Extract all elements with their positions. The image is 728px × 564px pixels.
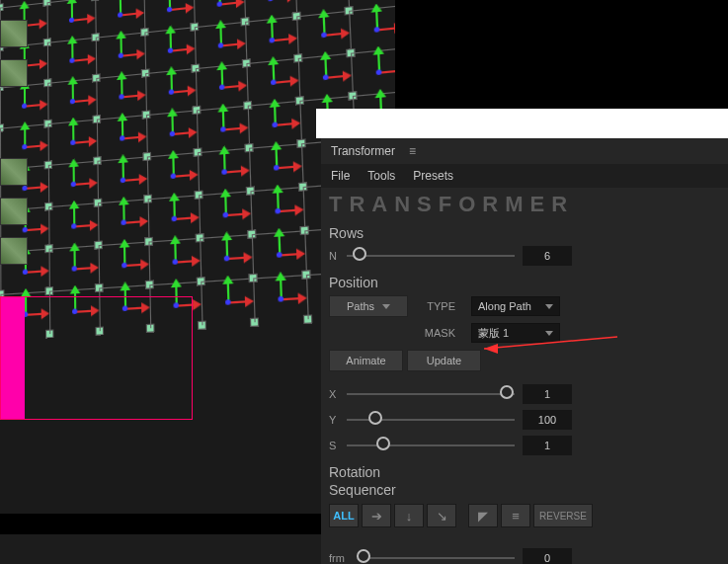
arrow-diag-icon: ↘ (437, 509, 447, 524)
slider-knob-x[interactable] (500, 385, 514, 399)
logo-text: TRANSFORMER (329, 192, 720, 217)
slider-knob-frm[interactable] (357, 549, 370, 563)
input-frm[interactable] (523, 548, 572, 564)
menu-tools[interactable]: Tools (367, 169, 395, 183)
seq-down-button[interactable]: ↓ (394, 504, 424, 527)
seq-lines-button[interactable]: ≡ (501, 504, 530, 527)
chevron-down-icon (545, 331, 553, 336)
slider-knob-s[interactable] (376, 437, 390, 450)
seq-right-button[interactable]: ➔ (362, 504, 391, 527)
seq-diag-button[interactable]: ↘ (427, 504, 456, 527)
sequencer-buttons: ALL ➔ ↓ ↘ ◤ ≡ REVERSE (321, 500, 728, 531)
transformer-panel: Transformer ≡ File Tools Presets TRANSFO… (321, 138, 728, 564)
seq-all-button[interactable]: ALL (329, 504, 359, 527)
row-y: Y (321, 407, 728, 433)
input-y[interactable] (523, 410, 572, 430)
paths-label: Paths (347, 300, 374, 312)
section-position: Position (321, 273, 728, 292)
label-type: TYPE (418, 300, 461, 312)
corner-icon: ◤ (478, 509, 488, 524)
white-band (316, 109, 728, 138)
arrow-right-icon: ➔ (371, 509, 382, 524)
panel-menu-icon[interactable]: ≡ (409, 144, 416, 158)
select-type-value: Along Path (478, 300, 531, 312)
label-y: Y (329, 414, 339, 426)
seq-corner-button[interactable]: ◤ (468, 504, 498, 527)
arrow-down-icon: ↓ (406, 509, 413, 524)
slider-y[interactable] (347, 410, 515, 430)
row-s: S (321, 433, 728, 458)
select-type[interactable]: Along Path (471, 296, 560, 316)
label-frm: frm (329, 552, 351, 564)
section-sequencer: Sequencer (321, 482, 728, 500)
row-mask: MASK 蒙版 1 (321, 320, 728, 346)
menu-bar: File Tools Presets (321, 164, 728, 188)
timeline-strip (0, 533, 321, 564)
slider-knob-n[interactable] (353, 247, 366, 261)
label-x: X (329, 388, 339, 400)
animate-button[interactable]: Animate (329, 350, 403, 371)
label-mask: MASK (418, 327, 461, 339)
input-n[interactable] (523, 246, 572, 266)
layer-bounds (0, 296, 193, 420)
chevron-down-icon (545, 304, 553, 309)
row-x: X (321, 381, 728, 407)
input-s[interactable] (523, 436, 572, 455)
section-rotation: Rotation (321, 462, 728, 482)
menu-file[interactable]: File (331, 169, 350, 183)
slider-x[interactable] (347, 384, 515, 404)
label-s: S (329, 440, 339, 451)
paths-button[interactable]: Paths (329, 295, 408, 317)
row-paths-type: Paths TYPE Along Path (321, 292, 728, 320)
update-button[interactable]: Update (407, 350, 481, 371)
panel-title: Transformer (331, 144, 395, 158)
slider-n[interactable] (347, 246, 515, 266)
slider-knob-y[interactable] (368, 411, 382, 425)
slider-frm[interactable] (359, 548, 515, 564)
section-rows: Rows (321, 223, 728, 243)
action-row: Animate Update (321, 346, 728, 375)
slider-s[interactable] (347, 436, 515, 455)
logo: TRANSFORMER (321, 188, 728, 223)
lines-icon: ≡ (512, 509, 520, 524)
row-frm: frm (321, 545, 728, 564)
chevron-down-icon (382, 304, 390, 309)
menu-presets[interactable]: Presets (413, 169, 453, 183)
panel-header: Transformer ≡ (321, 138, 728, 164)
label-n: N (329, 250, 339, 262)
row-n: N (321, 243, 728, 269)
select-mask[interactable]: 蒙版 1 (471, 323, 560, 343)
seq-reverse-button[interactable]: REVERSE (533, 504, 593, 527)
input-x[interactable] (523, 384, 572, 404)
select-mask-value: 蒙版 1 (478, 326, 509, 341)
